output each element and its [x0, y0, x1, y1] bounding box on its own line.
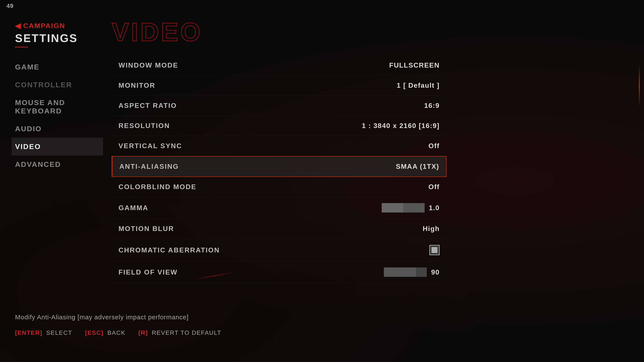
setting-aspect-ratio[interactable]: ASPECT RATIO 16:9	[112, 96, 446, 116]
fov-slider-track[interactable]	[384, 267, 427, 277]
setting-colorblind-mode[interactable]: COLORBLIND MODE Off	[112, 177, 446, 197]
window-mode-label: WINDOW MODE	[118, 61, 178, 69]
window-mode-value: FULLSCREEN	[389, 61, 440, 69]
anti-aliasing-value: SMAA (1TX)	[396, 163, 439, 170]
key-hints: [ENTER] SELECT [ESC] BACK [R] REVERT TO …	[15, 330, 629, 336]
back-arrow-icon[interactable]: ◀	[15, 21, 20, 30]
setting-chromatic-aberration[interactable]: CHROMATIC ABERRATION	[112, 239, 446, 261]
setting-vertical-sync[interactable]: VERTICAL SYNC Off	[112, 136, 446, 156]
settings-title: SETTINGS	[15, 32, 103, 45]
decorative-line-right	[639, 64, 640, 107]
key-hint-enter: [ENTER] SELECT	[15, 330, 72, 336]
chromatic-aberration-label: CHROMATIC ABERRATION	[118, 246, 220, 254]
colorblind-mode-value: Off	[428, 183, 440, 191]
main-content: VIDEO WINDOW MODE FULLSCREEN MONITOR 1 […	[112, 17, 446, 283]
enter-key-action: SELECT	[46, 330, 72, 336]
esc-key-action: BACK	[107, 330, 125, 336]
esc-key-label: [ESC]	[85, 330, 104, 336]
chromatic-aberration-value	[429, 245, 440, 255]
key-hint-revert: [R] REVERT TO DEFAULT	[138, 330, 222, 336]
fov-slider-fill	[384, 267, 416, 277]
vertical-sync-value: Off	[428, 142, 440, 150]
sidebar-item-mouse-keyboard[interactable]: MOUSE AND KEYBOARD	[15, 94, 103, 120]
campaign-back-label[interactable]: CAMPAIGN	[23, 22, 65, 30]
anti-aliasing-label: ANTI-ALIASING	[119, 163, 179, 170]
sidebar-item-game[interactable]: GAME	[15, 58, 103, 76]
chromatic-aberration-checkbox[interactable]	[429, 245, 440, 255]
setting-field-of-view[interactable]: FIELD OF VIEW 90	[112, 261, 446, 283]
enter-key-label: [ENTER]	[15, 330, 42, 336]
setting-gamma[interactable]: GAMMA 1.0	[112, 197, 446, 219]
gamma-numeric-value: 1.0	[429, 204, 440, 212]
bottom-bar: Modify Anti-Aliasing [may adversely impa…	[15, 314, 629, 336]
field-of-view-label: FIELD OF VIEW	[118, 268, 178, 276]
sidebar-item-video[interactable]: VIDEO	[12, 138, 103, 155]
revert-key-action: REVERT TO DEFAULT	[152, 330, 221, 336]
motion-blur-label: MOTION BLUR	[118, 225, 174, 233]
hint-text: Modify Anti-Aliasing [may adversely impa…	[15, 314, 629, 321]
page-title: VIDEO	[112, 17, 446, 47]
sidebar-divider	[15, 47, 28, 47]
gamma-label: GAMMA	[118, 204, 148, 212]
fov-numeric-value: 90	[431, 268, 440, 276]
aspect-ratio-label: ASPECT RATIO	[118, 102, 177, 110]
resolution-label: RESOLUTION	[118, 122, 170, 130]
breadcrumb: ◀ CAMPAIGN	[15, 21, 103, 30]
sidebar-item-advanced[interactable]: ADVANCED	[15, 155, 103, 173]
setting-motion-blur[interactable]: MOTION BLUR High	[112, 219, 446, 239]
setting-anti-aliasing[interactable]: ANTI-ALIASING SMAA (1TX)	[112, 156, 446, 177]
resolution-value: 1 : 3840 x 2160 [16:9]	[362, 122, 440, 130]
gamma-value-container: 1.0	[382, 203, 440, 213]
field-of-view-value-container: 90	[384, 267, 440, 277]
vertical-sync-label: VERTICAL SYNC	[118, 142, 182, 150]
sidebar: ◀ CAMPAIGN SETTINGS GAME CONTROLLER MOUS…	[0, 0, 103, 362]
sidebar-item-controller[interactable]: CONTROLLER	[15, 76, 103, 94]
setting-window-mode[interactable]: WINDOW MODE FULLSCREEN	[112, 55, 446, 75]
colorblind-mode-label: COLORBLIND MODE	[118, 183, 196, 191]
gamma-slider-track[interactable]	[382, 203, 424, 213]
monitor-label: MONITOR	[118, 81, 156, 89]
sidebar-item-audio[interactable]: AUDIO	[15, 120, 103, 138]
setting-resolution[interactable]: RESOLUTION 1 : 3840 x 2160 [16:9]	[112, 116, 446, 136]
setting-monitor[interactable]: MONITOR 1 [ Default ]	[112, 75, 446, 96]
revert-key-label: [R]	[138, 330, 148, 336]
monitor-value: 1 [ Default ]	[397, 81, 440, 89]
motion-blur-value: High	[423, 225, 440, 233]
aspect-ratio-value: 16:9	[424, 102, 440, 110]
gamma-slider-fill	[382, 203, 403, 213]
key-hint-esc: [ESC] BACK	[85, 330, 125, 336]
